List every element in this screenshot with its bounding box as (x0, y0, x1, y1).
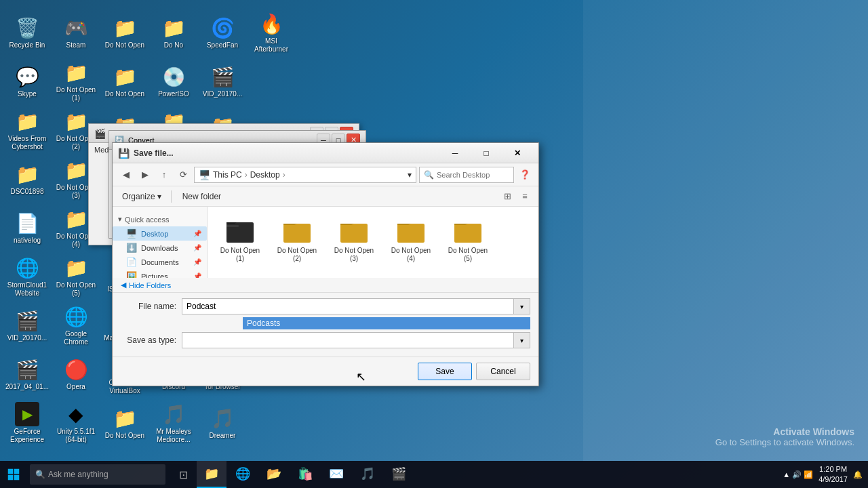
file-item-technic-servers[interactable]: Technic Servers (327, 269, 381, 278)
cancel-button[interactable]: Cancel (476, 363, 530, 380)
desktop-icon-recycle-bin[interactable]: 🗑️ Recycle Bin (3, 8, 52, 57)
save-button-label: Save (435, 367, 454, 376)
svg-rect-5 (340, 224, 368, 243)
save-button[interactable]: Save (418, 363, 472, 380)
taskbar-app-vlc[interactable]: 🎬 (384, 461, 414, 488)
taskbar-search[interactable]: 🔍 Ask me anything (30, 464, 165, 485)
clock-time: 1:20 PM (818, 464, 848, 474)
taskbar-app-store[interactable]: 🛍️ (290, 461, 320, 488)
taskbar-app-file-manager[interactable]: 📂 (259, 461, 289, 488)
search-bar[interactable]: 🔍 (419, 167, 514, 183)
desktop-icon-google-chrome[interactable]: 🌐 Google Chrome (52, 301, 100, 350)
save-filename-area: File name: ▾ Podcasts Save as type: ▾ (113, 292, 538, 357)
file-label-do-not-open-5: Do Not Open (5) (444, 247, 492, 263)
sidebar-downloads-pin: 📌 (193, 244, 201, 251)
sidebar-quick-access-header[interactable]: ▾ Quick access (113, 212, 207, 226)
breadcrumb-dropdown[interactable]: ▾ (408, 170, 412, 180)
save-organize-toolbar: Organize ▾ New folder ⊞ ≡ (113, 186, 538, 207)
file-item-do-not-open-1[interactable]: Do Not Open (1) (213, 212, 267, 266)
desktop-icon-do-not-open-5[interactable]: 📁 Do Not Open (5) (52, 252, 100, 301)
desktop-icon-do-not-open-b2[interactable]: 📁 Do No (149, 8, 198, 57)
sidebar-pictures-label: Pictures (141, 272, 168, 279)
desktop-icon-do-not-open-1[interactable]: 📁 Do Not Open (1) (52, 57, 100, 106)
cancel-button-label: Cancel (490, 367, 515, 376)
save-dialog-maximize-button[interactable]: □ (471, 143, 502, 163)
organize-button[interactable]: Organize ▾ (118, 190, 165, 203)
desktop-icon-vid2017-2[interactable]: 🎬 VID_20170... (198, 57, 247, 106)
view-buttons: ⊞ ≡ (499, 188, 533, 205)
desktop-icon-vid2017[interactable]: 🎬 VID_20170... (3, 301, 52, 350)
desktop-icon-powriso[interactable]: 💿 PowerISO (149, 57, 198, 106)
desktop-icon-unity[interactable]: ◆ Unity 5.5.1f1 (64-bit) (52, 399, 100, 447)
sidebar-item-pictures[interactable]: 🖼️ Pictures 📌 (113, 269, 207, 278)
new-folder-button[interactable]: New folder (177, 190, 226, 203)
taskbar-app-explorer[interactable]: 📁 (197, 461, 226, 488)
save-dialog-minimize-button[interactable]: ─ (439, 143, 471, 163)
breadcrumb-this-pc[interactable]: This PC (213, 170, 242, 180)
filename-label: File name: (121, 302, 182, 311)
desktop-icon-mr-mealeys[interactable]: 🎵 Mr Mealeys Mediocre... (149, 399, 198, 447)
desktop-icon-nativelog[interactable]: 📄 nativelog (3, 203, 52, 252)
file-item-do-not-open-4[interactable]: Do Not Open (4) (384, 212, 438, 266)
sidebar-item-documents[interactable]: 📄 Documents 📌 (113, 255, 207, 269)
desktop-icon-dreamer[interactable]: 🎵 Dreamer (198, 399, 247, 447)
filename-input[interactable] (182, 298, 514, 314)
filename-dropdown-button[interactable]: ▾ (514, 298, 530, 314)
taskbar-app-chrome[interactable]: 🌐 (228, 461, 258, 488)
notifications-icon[interactable]: 🔔 (853, 470, 863, 479)
sidebar-item-desktop[interactable]: 🖥️ Desktop 📌 (113, 226, 207, 241)
taskbar-task-view[interactable]: ⊡ (171, 461, 195, 488)
taskbar-app-media[interactable]: 🎵 (353, 461, 382, 488)
breadcrumb[interactable]: 🖥️ This PC › Desktop › ▾ (194, 167, 416, 183)
file-item-do-not-open-2[interactable]: Do Not Open (2) (270, 212, 324, 266)
desktop-icon-dsc01898[interactable]: 📁 DSC01898 (3, 155, 52, 203)
desktop-icon-steam[interactable]: 🎮 Steam (52, 8, 100, 57)
desktop-icon-opera[interactable]: 🔴 Opera (52, 350, 100, 399)
desktop-icon-do-not-open-b1[interactable]: 📁 Do Not Open (100, 399, 149, 447)
hide-folders-label: Hide Folders (129, 281, 171, 289)
file-icon-do-not-open-2 (282, 216, 312, 245)
desktop-icon-do-not-open-u2[interactable]: 📁 Do Not Open (100, 57, 149, 106)
filename-row: File name: ▾ (121, 298, 530, 314)
up-button[interactable]: ↑ (156, 167, 172, 183)
search-input[interactable] (437, 171, 509, 179)
breadcrumb-desktop[interactable]: Desktop (250, 170, 280, 180)
sidebar-item-downloads[interactable]: ⬇️ Downloads 📌 (113, 241, 207, 255)
view-toggle-button[interactable]: ⊞ (499, 188, 515, 205)
start-button[interactable] (0, 461, 27, 488)
file-item-do-not-open-5[interactable]: Do Not Open (5) (441, 212, 495, 266)
activate-windows-panel: Activate Windows Go to Settings to activ… (583, 0, 868, 461)
clock-date: 4/9/2017 (818, 474, 848, 485)
save-file-dialog: 💾 Save file... ─ □ ✕ ◀ ▶ ↑ ⟳ 🖥️ This PC … (112, 142, 539, 386)
filename-suggestion[interactable]: Podcasts (243, 317, 530, 329)
taskbar-app-mail[interactable]: ✉️ (321, 461, 351, 488)
desktop-icon-geforce[interactable]: ▶ GeForce Experience (3, 399, 52, 447)
desktop-icon-do-not-open-u1[interactable]: 📁 Do Not Open (100, 8, 149, 57)
file-item-guiminer[interactable]: guiminer (213, 269, 267, 278)
desktop-icon-stormcloud[interactable]: 🌐 StormCloud1 Website (3, 252, 52, 301)
forward-button[interactable]: ▶ (137, 167, 153, 183)
search-icon-taskbar: 🔍 (35, 470, 45, 479)
svg-rect-3 (283, 224, 311, 243)
saveas-input[interactable] (182, 332, 514, 348)
refresh-button[interactable]: ⟳ (175, 167, 191, 183)
help-button[interactable]: ❓ (517, 167, 533, 183)
back-button[interactable]: ◀ (118, 167, 134, 183)
file-item-do-not-open-3[interactable]: Do Not Open (3) (327, 212, 381, 266)
save-dialog-close-button[interactable]: ✕ (502, 143, 533, 163)
save-file-grid: Do Not Open (1) Do Not Open (2) (208, 207, 538, 278)
svg-rect-9 (454, 224, 481, 243)
desktop-icon-skype[interactable]: 💬 Skype (3, 57, 52, 106)
file-item-tor-browser[interactable]: Tor Browser (441, 269, 495, 278)
hide-folders-link[interactable]: ◀ Hide Folders (113, 278, 538, 292)
saveas-dropdown-button[interactable]: ▾ (514, 332, 530, 348)
file-item-tekkit[interactable]: Tekkit Classic Server (384, 269, 438, 278)
desktop-icon-videos-cybershot[interactable]: 📁 Videos From Cybershot (3, 106, 52, 155)
view-details-button[interactable]: ≡ (517, 188, 533, 205)
sidebar-pictures-icon: 🖼️ (126, 271, 137, 278)
filename-suggestion-text: Podcasts (247, 319, 280, 328)
file-item-podcasts[interactable]: Podcasts (270, 269, 324, 278)
desktop-icon-msi[interactable]: 🔥 MSI Afterburner (247, 8, 296, 57)
desktop-icon-speedfan[interactable]: 🌀 SpeedFan (198, 8, 247, 57)
desktop-icon-2017-04[interactable]: 🎬 2017_04_01... (3, 350, 52, 399)
